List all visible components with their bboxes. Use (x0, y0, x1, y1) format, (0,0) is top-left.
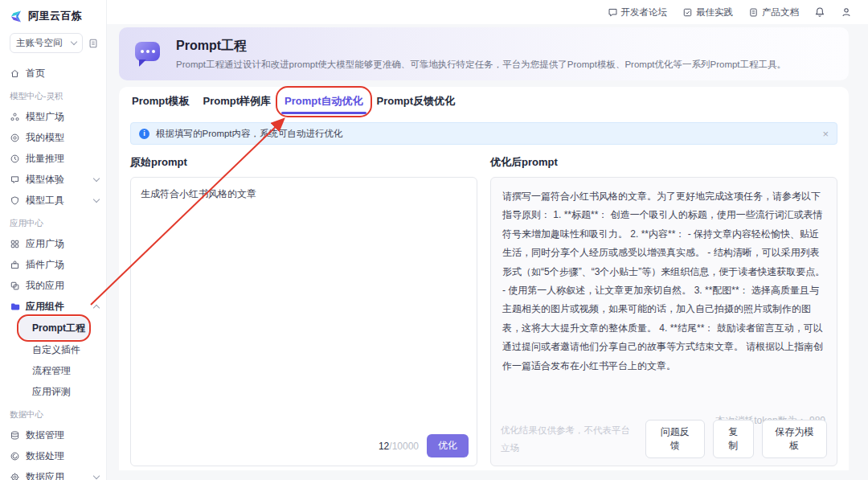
best-practice-icon (682, 7, 693, 18)
original-prompt-input[interactable]: 生成符合小红书风格的文章 12/10000 优化 (130, 177, 477, 466)
topbar-link-label: 最佳实践 (696, 6, 733, 18)
app-components-icon (10, 302, 20, 312)
chevron-up-icon (93, 304, 100, 310)
sidebar-subitem-label: 自定义插件 (32, 343, 80, 357)
topbar-link-label: 产品文档 (762, 6, 799, 18)
model-experience-icon (10, 174, 20, 185)
original-prompt-label: 原始prompt (130, 155, 477, 170)
char-counter: 12/10000 (379, 441, 419, 452)
plugin-plaza-icon (10, 260, 20, 270)
sidebar-item-label: 模型体验 (26, 173, 64, 187)
sidebar-item-my-apps[interactable]: 我的应用 (10, 275, 99, 296)
tab-prompt-feedback-optimize[interactable]: Prompt反馈优化 (375, 87, 457, 115)
original-prompt-panel: 原始prompt 生成符合小红书风格的文章 12/10000 优化 (130, 155, 477, 466)
sidebar-item-label: 我的模型 (26, 131, 64, 145)
sidebar-item-app-plaza[interactable]: 应用广场 (10, 233, 99, 254)
sidebar-item-batch-inference[interactable]: 批量推理 (10, 148, 99, 169)
topbar: 开发者论坛 最佳实践 产品文档 (107, 0, 868, 24)
sidebar-subitem-label: 流程管理 (32, 364, 71, 378)
topbar-link-developer-forum[interactable]: 开发者论坛 (608, 6, 668, 18)
app-plaza-icon (10, 239, 20, 249)
workspace-doc-icon[interactable] (88, 38, 99, 49)
sidebar-subitem-label: 应用评测 (32, 385, 71, 399)
feedback-button[interactable]: 问题反馈 (645, 420, 705, 458)
sidebar-item-label: 模型广场 (26, 110, 64, 124)
copy-button[interactable]: 复制 (713, 420, 754, 458)
sidebar-item-label: 模型工具 (26, 194, 64, 207)
sidebar-section-app-center: 应用中心 (10, 218, 99, 229)
chevron-down-icon (93, 195, 100, 202)
tab-bar: Prompt模板 Prompt样例库 Prompt自动优化 Prompt反馈优化 (130, 87, 837, 115)
sidebar-item-label: 数据应用 (26, 470, 64, 480)
tab-prompt-auto-optimize[interactable]: Prompt自动优化 (283, 87, 365, 115)
sidebar: 阿里云百炼 主账号空间 首页 模型中心-灵积 模型广场 我的模型 批量推理 模型… (0, 0, 107, 480)
sidebar-subitem-flow-management[interactable]: 流程管理 (19, 360, 89, 381)
sidebar-item-model-plaza[interactable]: 模型广场 (10, 106, 99, 127)
sidebar-item-plugin-plaza[interactable]: 插件广场 (10, 254, 99, 275)
batch-inference-icon (10, 154, 20, 164)
home-icon (10, 68, 20, 79)
topbar-link-product-docs[interactable]: 产品文档 (748, 6, 799, 18)
info-banner: i 根据填写的Prompt内容，系统可自动进行优化 × (130, 122, 837, 145)
my-apps-icon (10, 281, 20, 291)
sidebar-subitem-custom-plugins[interactable]: 自定义插件 (19, 339, 89, 360)
page-description: Prompt工程通过设计和改进prompt使大模型能够更准确、可靠地执行特定任务… (176, 59, 786, 71)
sidebar-section-model-center: 模型中心-灵积 (10, 91, 99, 102)
sidebar-item-label: 批量推理 (26, 152, 64, 166)
bailian-logo-icon (10, 10, 23, 23)
sidebar-item-data-application[interactable]: 数据应用 (10, 466, 99, 480)
disclaimer-text: 优化结果仅供参考，不代表平台立场 (501, 421, 637, 457)
model-plaza-icon (10, 112, 20, 122)
topbar-link-label: 开发者论坛 (621, 6, 668, 18)
sidebar-item-home[interactable]: 首页 (10, 63, 99, 84)
page-title: Prompt工程 (176, 38, 786, 55)
save-as-template-button[interactable]: 保存为模板 (762, 420, 827, 458)
workspace-selector[interactable]: 主账号空间 (10, 33, 83, 53)
optimized-prompt-output[interactable]: 请撰写一篇符合小红书风格的文章。为了更好地完成这项任务，请参考以下指导原则： 1… (490, 177, 837, 466)
workspace-value: 主账号空间 (16, 37, 63, 49)
my-models-icon (10, 133, 20, 143)
logo[interactable]: 阿里云百炼 (10, 6, 99, 26)
forum-icon (608, 7, 618, 18)
sidebar-item-model-experience[interactable]: 模型体验 (10, 169, 99, 190)
info-banner-text: 根据填写的Prompt内容，系统可自动进行优化 (156, 128, 343, 140)
active-tab-underline (281, 112, 366, 114)
user-avatar-icon[interactable] (841, 6, 852, 18)
model-tools-icon (10, 195, 20, 206)
sidebar-item-my-models[interactable]: 我的模型 (10, 127, 99, 148)
chevron-down-icon (93, 174, 100, 181)
sidebar-subitem-app-evaluation[interactable]: 应用评测 (19, 381, 89, 402)
original-prompt-value: 生成符合小红书风格的文章 (141, 188, 256, 199)
sidebar-item-label: 插件广场 (26, 258, 64, 272)
chevron-down-icon (71, 39, 77, 45)
topbar-link-best-practices[interactable]: 最佳实践 (682, 6, 733, 18)
notification-bell-icon[interactable] (814, 6, 825, 18)
gear-icon (10, 472, 20, 480)
chevron-down-icon (93, 472, 100, 478)
sidebar-item-data-processing[interactable]: 数据处理 (10, 445, 99, 466)
optimized-prompt-value: 请撰写一篇符合小红书风格的文章。为了更好地完成这项任务，请参考以下指导原则： 1… (502, 191, 825, 371)
page-header-card: Prompt工程 Prompt工程通过设计和改进prompt使大模型能够更准确、… (119, 27, 849, 80)
sidebar-item-model-tools[interactable]: 模型工具 (10, 190, 99, 211)
tab-prompt-template[interactable]: Prompt模板 (130, 87, 191, 115)
sidebar-item-label: 数据管理 (26, 429, 64, 442)
sidebar-item-label: 数据处理 (26, 449, 64, 463)
sidebar-item-label: 我的应用 (26, 279, 64, 293)
info-icon: i (139, 129, 149, 139)
sidebar-item-app-components[interactable]: 应用组件 (10, 296, 99, 317)
logo-text: 阿里云百炼 (28, 9, 83, 23)
sidebar-subitem-prompt-engineering[interactable]: Prompt工程 (19, 317, 89, 339)
prompt-engineering-icon (132, 38, 164, 70)
main-content: Prompt工程 Prompt工程通过设计和改进prompt使大模型能够更准确、… (107, 24, 868, 480)
sidebar-item-label: 应用广场 (26, 237, 64, 251)
close-icon[interactable]: × (822, 129, 829, 139)
optimized-prompt-label: 优化后prompt (490, 155, 837, 170)
tab-prompt-samples[interactable]: Prompt样例库 (202, 87, 273, 115)
database-icon (10, 430, 20, 441)
optimize-button[interactable]: 优化 (427, 434, 469, 457)
sidebar-section-data-center: 数据中心 (10, 409, 99, 421)
data-processing-icon (10, 451, 20, 462)
sidebar-item-data-management[interactable]: 数据管理 (10, 425, 99, 445)
sidebar-subitem-label: Prompt工程 (32, 322, 85, 335)
sidebar-item-label: 首页 (26, 67, 45, 80)
